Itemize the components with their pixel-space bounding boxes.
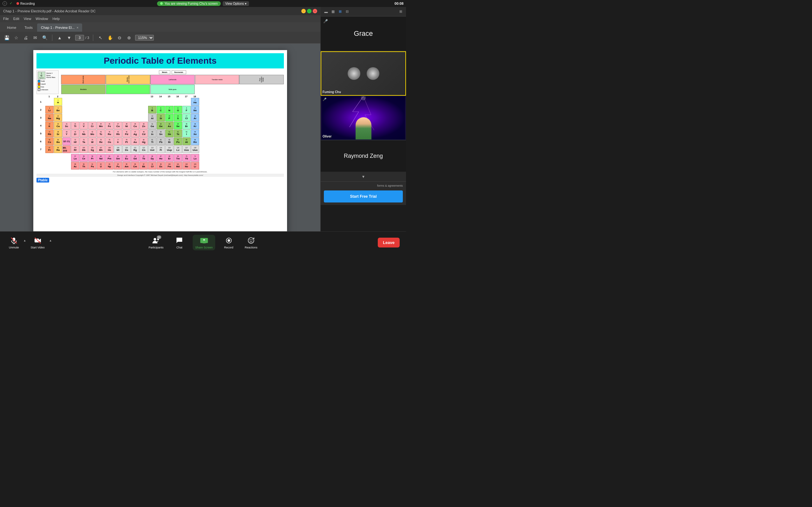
periodic-title: Periodic Table of Elements — [39, 56, 281, 66]
grid-view-list-icon[interactable]: ⊞ — [337, 9, 343, 14]
bottom-left: Unmute ▲ Start Video ▲ — [6, 235, 52, 250]
halogens-label — [106, 84, 150, 94]
start-trial-button[interactable]: Start Free Trial — [324, 190, 403, 203]
video-options-chevron-icon[interactable]: ▲ — [49, 239, 52, 242]
recording-indicator: Recording — [16, 2, 35, 5]
acrobat-toolbar: 💾 ☆ 🖨 ✉ 🔍 ▲ ▼ / 3 ↖ ✋ ⊖ ⊕ 115% 100% 75% … — [0, 32, 320, 44]
minimize-button[interactable]: − — [301, 9, 306, 13]
leave-button[interactable]: Leave — [378, 238, 400, 247]
gallery-view-icon[interactable]: ⊟ — [344, 9, 350, 14]
start-video-button[interactable]: Start Video — [28, 235, 47, 250]
record-icon — [224, 236, 233, 245]
zoom-select[interactable]: 115% 100% 75% 50% — [135, 35, 154, 41]
tab-home[interactable]: Home — [3, 23, 20, 32]
cursor-icon[interactable]: ↖ — [97, 34, 104, 41]
trial-section: forms & agreements Start Free Trial — [321, 181, 406, 205]
menu-file[interactable]: File — [3, 17, 9, 20]
microphone-icon — [9, 236, 18, 245]
zoom-in-icon[interactable]: ⊕ — [125, 34, 133, 41]
fuming-lights — [348, 67, 379, 80]
menu-window[interactable]: Window — [36, 17, 48, 20]
reactions-button[interactable]: Reactions — [242, 235, 260, 250]
col-3 — [62, 95, 70, 98]
menu-edit[interactable]: Edit — [13, 17, 19, 20]
metalloids-label: Metalloids — [61, 84, 106, 94]
share-screen-button[interactable]: Share Screen — [193, 235, 215, 250]
acrobat-tabs: Home Tools Chap 1 - Preview El... × — [0, 22, 320, 32]
grace-muted-icon: 🎤 — [323, 19, 328, 23]
info-icon[interactable]: i — [3, 1, 7, 6]
unmute-label: Unmute — [9, 246, 19, 249]
col-15: 15 — [165, 95, 173, 98]
ptable-logo: Ptable — [37, 178, 49, 182]
grid-view-2-icon[interactable]: ▦ — [330, 9, 336, 14]
pdf-viewer: Chap 1 - Preview Electricity.pdf - Adobe… — [0, 7, 320, 231]
viewing-banner: You are viewing Fuming Chu's screen — [157, 1, 221, 6]
fuming-bg — [321, 52, 405, 95]
oliver-thumb: 🎤 Oliver — [321, 96, 406, 140]
unmute-button[interactable]: Unmute — [6, 235, 21, 250]
menu-view[interactable]: View — [24, 17, 32, 20]
view-options-chevron: ▾ — [245, 2, 247, 5]
col-4 — [71, 95, 79, 98]
info-note: For elements with no stable isotopes, th… — [37, 171, 284, 173]
shield-icon: ✓ — [9, 1, 14, 6]
page-separator: / 3 — [85, 36, 89, 40]
email-icon[interactable]: ✉ — [32, 34, 39, 41]
prev-page-icon[interactable]: ▲ — [56, 34, 63, 41]
chat-icon — [175, 236, 184, 245]
acrobat-menu: File Edit View Window Help — [0, 15, 320, 22]
fuming-light-2 — [367, 67, 379, 80]
tab-tools[interactable]: Tools — [20, 23, 37, 32]
ptable-branding: Ptable — [37, 178, 284, 182]
tab-active-document[interactable]: Chap 1 - Preview El... × — [37, 23, 82, 32]
nonmetals-label: Nonmetals — [171, 70, 186, 74]
maximize-button[interactable]: □ — [307, 9, 311, 13]
participants-button[interactable]: 11 Participants — [146, 235, 166, 250]
menu-help[interactable]: Help — [52, 17, 60, 20]
col-18: 18 — [191, 95, 199, 98]
bookmark-icon[interactable]: ☆ — [13, 34, 20, 41]
main-content: Chap 1 - Preview Electricity.pdf - Adobe… — [0, 7, 320, 231]
close-button[interactable]: × — [313, 9, 317, 13]
print-icon[interactable]: 🖨 — [22, 34, 29, 41]
participants-icon-wrap: 11 — [152, 236, 160, 245]
periodic-table-header: Periodic Table of Elements — [37, 53, 284, 68]
view-options-button[interactable]: View Options ▾ — [223, 1, 249, 6]
raymond-card: Raymond Zeng — [321, 140, 406, 172]
lanthanoids-label: Lanthanoids — [150, 75, 195, 84]
col-11 — [131, 95, 139, 98]
reactions-label: Reactions — [245, 246, 258, 249]
window-controls: − □ × — [301, 9, 317, 13]
bottom-right: Leave — [378, 238, 400, 247]
sidebar-more-icon[interactable]: ⊞ — [398, 9, 403, 14]
col-12 — [139, 95, 148, 98]
tab-close-icon[interactable]: × — [77, 26, 78, 30]
unmute-options-chevron-icon[interactable]: ▲ — [23, 239, 26, 242]
chat-label: Chat — [176, 246, 183, 249]
page-input[interactable] — [75, 35, 84, 41]
next-page-icon[interactable]: ▼ — [66, 34, 72, 41]
zoom-out-icon[interactable]: ⊖ — [116, 34, 123, 41]
record-button[interactable]: Record — [222, 235, 236, 250]
timer: 00:08 — [395, 2, 403, 5]
fuming-label: Fuming Chu — [322, 90, 341, 94]
legend-gas: Gas — [41, 86, 44, 88]
green-dot — [160, 2, 163, 5]
bottom-bar: Unmute ▲ Start Video ▲ — [0, 231, 406, 253]
hand-icon[interactable]: ✋ — [107, 34, 113, 41]
legend-unknown: Unknown — [41, 89, 48, 91]
grid-view-1-icon[interactable]: ▬ — [323, 9, 329, 14]
search-icon[interactable]: 🔍 — [41, 34, 48, 41]
svg-point-22 — [252, 239, 252, 240]
col-10 — [122, 95, 131, 98]
grace-card: 🎤 Grace — [321, 16, 406, 51]
save-icon[interactable]: 💾 — [3, 34, 10, 41]
chat-button[interactable]: Chat — [172, 235, 186, 250]
fuming-light-1 — [348, 67, 360, 80]
acrobat-title: Chap 1 - Preview Electricity.pdf - Adobe… — [3, 9, 96, 13]
alkali-label: Alkali metals — [61, 75, 106, 84]
scroll-indicator[interactable]: ▾ — [321, 172, 406, 181]
forms-agreements: forms & agreements — [324, 184, 403, 187]
share-screen-icon — [200, 236, 208, 245]
